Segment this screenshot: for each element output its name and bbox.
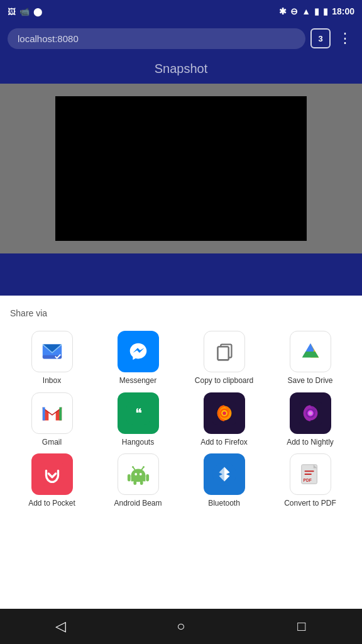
hangouts-label: Hangouts: [122, 438, 154, 448]
svg-rect-49: [304, 474, 311, 475]
svg-rect-44: [140, 481, 143, 486]
snapshot-preview: [55, 96, 307, 241]
no-disturb-icon: ⊖: [290, 6, 298, 16]
firefox-label: Add to Firefox: [200, 438, 248, 448]
hangouts-icon: " ❝: [118, 392, 159, 434]
svg-text:PDF: PDF: [303, 479, 311, 483]
share-item-clipboard[interactable]: Copy to clipboard: [182, 331, 266, 386]
svg-rect-16: [42, 407, 45, 420]
share-grid: Inbox Messenger: [10, 331, 352, 514]
pocket-label: Add to Pocket: [28, 499, 75, 509]
page-title: Snapshot: [0, 54, 362, 84]
svg-rect-7: [217, 347, 228, 360]
pocket-icon: [31, 453, 73, 495]
share-item-hangouts[interactable]: " ❝ Hangouts: [96, 392, 180, 448]
convert-label: Convert to PDF: [284, 499, 336, 509]
photo-icon: 🖼: [8, 7, 16, 16]
svg-point-30: [309, 411, 312, 415]
battery-icon: ▮: [323, 6, 328, 16]
svg-rect-42: [146, 474, 149, 481]
messenger-label: Messenger: [119, 376, 156, 386]
svg-rect-43: [133, 481, 136, 486]
share-item-messenger[interactable]: Messenger: [96, 331, 180, 386]
clipboard-label: Copy to clipboard: [195, 376, 253, 386]
share-item-bluetooth[interactable]: Bluetooth: [182, 453, 266, 509]
drive-label: Save to Drive: [287, 376, 332, 386]
share-item-pocket[interactable]: Add to Pocket: [10, 453, 94, 509]
bluetooth-label: Bluetooth: [208, 499, 240, 509]
svg-rect-34: [131, 475, 145, 482]
status-bar-right: ✱ ⊖ ▲ ▮ ▮ 18:00: [279, 6, 354, 16]
share-sheet: Share via Inbox: [0, 296, 362, 609]
time-display: 18:00: [332, 6, 354, 16]
svg-rect-17: [59, 407, 62, 420]
svg-point-35: [134, 473, 137, 475]
convert-icon: PDF: [290, 453, 331, 495]
bluetooth-icon: [204, 453, 245, 495]
drive-icon: [290, 331, 331, 372]
nav-bar: ◁ ○ □: [0, 609, 362, 644]
status-bar-left: 🖼 📹 ⬤: [8, 7, 43, 16]
bluetooth-status-icon: ✱: [279, 6, 287, 16]
gmail-label: Gmail: [42, 438, 62, 448]
content-area: [0, 84, 362, 253]
signal-icon: ▮: [314, 6, 319, 16]
inbox-icon: [31, 331, 73, 372]
share-item-drive[interactable]: Save to Drive: [268, 331, 352, 386]
gmail-icon: [31, 392, 73, 434]
svg-rect-41: [127, 474, 130, 481]
browser-bar: localhost:8080 3 ⋮: [0, 23, 362, 54]
messenger-icon: [118, 331, 159, 372]
svg-rect-48: [304, 470, 314, 472]
share-item-inbox[interactable]: Inbox: [10, 331, 94, 386]
svg-point-36: [139, 473, 141, 475]
share-via-label: Share via: [10, 308, 352, 318]
circle-icon: ⬤: [33, 7, 43, 16]
home-button[interactable]: ○: [162, 609, 200, 644]
nightly-label: Add to Nightly: [287, 438, 334, 448]
svg-point-39: [132, 466, 134, 468]
tab-count[interactable]: 3: [310, 28, 331, 48]
share-item-firefox[interactable]: Add to Firefox: [182, 392, 266, 448]
wifi-icon: ▲: [302, 6, 310, 16]
android-icon: [118, 453, 159, 495]
clipboard-icon: [204, 331, 245, 372]
share-item-nightly[interactable]: Add to Nightly: [268, 392, 352, 448]
share-item-gmail[interactable]: Gmail: [10, 392, 94, 448]
back-button[interactable]: ◁: [41, 609, 79, 644]
share-item-android-beam[interactable]: Android Beam: [96, 453, 180, 509]
url-bar[interactable]: localhost:8080: [8, 28, 305, 49]
svg-point-25: [222, 411, 226, 415]
svg-point-40: [143, 466, 145, 468]
svg-marker-13: [302, 352, 319, 358]
inbox-label: Inbox: [43, 376, 61, 386]
recent-button[interactable]: □: [283, 609, 321, 644]
browser-menu-button[interactable]: ⋮: [336, 28, 354, 49]
share-item-convert[interactable]: PDF Convert to PDF: [268, 453, 352, 509]
firefox-icon: [204, 392, 245, 434]
android-beam-label: Android Beam: [114, 499, 162, 509]
video-icon: 📹: [19, 7, 30, 16]
status-bar: 🖼 📹 ⬤ ✱ ⊖ ▲ ▮ ▮ 18:00: [0, 0, 362, 23]
nightly-icon: [290, 392, 331, 434]
svg-text:❝: ❝: [134, 405, 141, 419]
